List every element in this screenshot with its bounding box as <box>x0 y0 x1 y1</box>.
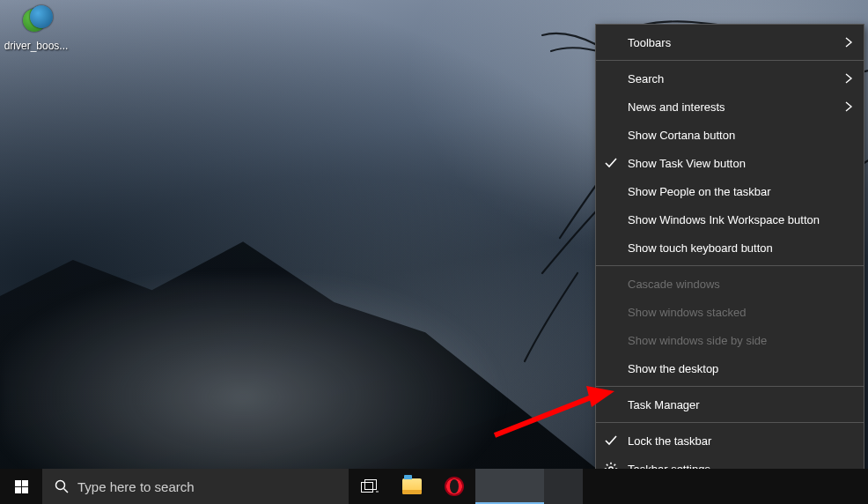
svg-line-5 <box>607 464 608 466</box>
taskbar-context-menu: Toolbars Search News and interests Show … <box>595 24 864 487</box>
svg-rect-13 <box>362 483 373 493</box>
menu-item-label: Show Cortana button <box>628 129 735 142</box>
menu-item-lock-taskbar[interactable]: Lock the taskbar <box>596 426 864 455</box>
menu-item-label: Show Windows Ink Workspace button <box>628 213 820 226</box>
menu-separator <box>596 265 864 266</box>
check-icon <box>604 156 618 170</box>
task-view-icon <box>361 479 379 493</box>
start-button[interactable] <box>0 469 42 504</box>
windows-logo-icon <box>15 480 28 493</box>
taskbar-app-opera[interactable] <box>433 469 475 504</box>
svg-point-11 <box>56 481 65 490</box>
menu-item-show-people[interactable]: Show People on the taskbar <box>596 177 864 205</box>
menu-item-label: Show touch keyboard button <box>628 241 773 255</box>
driver-booster-icon <box>18 2 55 39</box>
chevron-right-icon <box>842 72 855 85</box>
check-icon <box>604 434 618 448</box>
menu-item-show-side-by-side: Show windows side by side <box>596 326 864 354</box>
chevron-right-icon <box>842 36 855 48</box>
menu-item-show-touch-keyboard[interactable]: Show touch keyboard button <box>596 233 864 262</box>
menu-item-label: Lock the taskbar <box>628 434 711 448</box>
menu-item-cascade-windows: Cascade windows <box>596 270 864 298</box>
menu-separator <box>596 422 864 423</box>
menu-item-label: News and interests <box>628 100 725 114</box>
menu-item-show-task-view[interactable]: Show Task View button <box>596 149 864 177</box>
menu-item-search[interactable]: Search <box>596 64 864 93</box>
menu-item-label: Show Task View button <box>628 157 746 170</box>
svg-line-8 <box>614 464 616 466</box>
desktop-icon-driver-booster[interactable]: driver_boos... <box>2 0 70 52</box>
menu-item-toolbars[interactable]: Toolbars <box>596 28 864 56</box>
taskbar-app-file-explorer[interactable] <box>391 469 433 504</box>
menu-item-label: Cascade windows <box>628 278 720 291</box>
taskbar[interactable]: Type here to search <box>0 469 868 504</box>
menu-item-show-stacked: Show windows stacked <box>596 298 864 326</box>
chevron-right-icon <box>842 100 855 113</box>
wallpaper-mist <box>0 276 607 478</box>
taskbar-search-box[interactable]: Type here to search <box>42 469 349 504</box>
menu-item-news-interests[interactable]: News and interests <box>596 93 864 121</box>
menu-separator <box>596 386 864 387</box>
menu-item-label: Show the desktop <box>628 362 718 375</box>
menu-separator <box>596 60 864 61</box>
menu-item-label: Task Manager <box>628 398 700 411</box>
taskbar-app-inactive[interactable] <box>544 469 583 504</box>
menu-item-label: Toolbars <box>628 36 671 49</box>
svg-rect-14 <box>365 480 377 490</box>
menu-item-label: Show windows side by side <box>628 334 767 347</box>
task-view-button[interactable] <box>349 469 391 504</box>
file-explorer-icon <box>402 478 422 494</box>
search-icon <box>55 479 69 493</box>
menu-item-label: Show People on the taskbar <box>628 185 771 198</box>
menu-item-show-desktop[interactable]: Show the desktop <box>596 354 864 382</box>
svg-line-12 <box>64 489 69 493</box>
opera-icon <box>445 477 464 496</box>
search-placeholder: Type here to search <box>77 479 195 494</box>
menu-item-show-ink-workspace[interactable]: Show Windows Ink Workspace button <box>596 205 864 233</box>
taskbar-app-active-window[interactable] <box>475 469 544 504</box>
menu-item-label: Search <box>628 72 664 85</box>
menu-item-task-manager[interactable]: Task Manager <box>596 390 864 419</box>
menu-item-show-cortana[interactable]: Show Cortana button <box>596 121 864 149</box>
desktop-icon-label: driver_boos... <box>2 40 70 52</box>
menu-item-label: Show windows stacked <box>628 306 746 319</box>
taskbar-app-area <box>391 469 583 504</box>
